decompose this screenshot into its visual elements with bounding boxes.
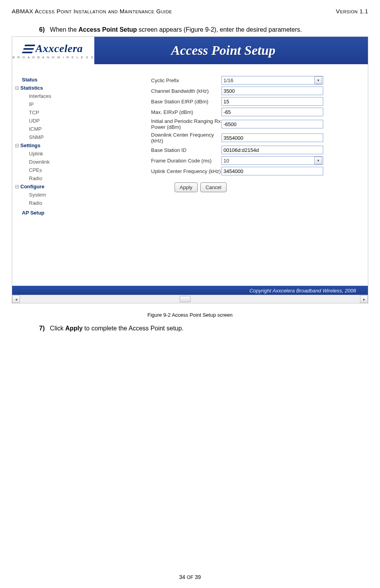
- nav-group-statistics[interactable]: Statistics: [15, 85, 85, 91]
- scroll-thumb[interactable]: [180, 296, 191, 302]
- cancel-button[interactable]: Cancel: [200, 182, 226, 192]
- body-area: Status Statistics Interfaces IP TCP UDP …: [12, 64, 368, 216]
- running-header: ABMAX Access Point Installation and Main…: [12, 8, 368, 14]
- nav-item-interfaces[interactable]: Interfaces: [29, 93, 85, 99]
- row-bs-eirp: Base Station EIRP (dBm): [151, 97, 323, 106]
- step-6-pre: When the: [50, 26, 79, 33]
- nav-item-downlink[interactable]: Downlink: [29, 159, 85, 165]
- step-7-num: 7): [39, 325, 45, 332]
- row-ul-center-freq: Uplink Center Frequency (kHz): [151, 167, 323, 175]
- input-max-eirxp[interactable]: [222, 108, 323, 116]
- select-frame-duration[interactable]: 10 ▾: [222, 156, 323, 165]
- form: Cyclic Prefix 1/16 ▾ Channel Bandwidth (…: [85, 64, 323, 216]
- step-6-bold: Access Point Setup: [79, 26, 137, 33]
- step-7-pre: Click: [50, 325, 65, 332]
- row-frame-duration: Frame Duration Code (ms) 10 ▾: [151, 156, 323, 165]
- step-7-post: to complete the Access Point setup.: [83, 325, 184, 332]
- nav-item-ip[interactable]: IP: [29, 101, 85, 107]
- label-bs-id: Base Station ID: [151, 147, 222, 153]
- nav-item-system[interactable]: System: [29, 192, 85, 198]
- step-6: 6) When the Access Point Setup screen ap…: [39, 26, 368, 33]
- nav-status[interactable]: Status: [22, 77, 85, 83]
- step-6-num: 6): [39, 26, 45, 33]
- copyright-bar: Copyright Axxcelera Broadband Wireless, …: [12, 286, 368, 295]
- window-content: Axxcelera B R O A D B A N D W I R E L E …: [12, 37, 368, 295]
- input-bs-id[interactable]: [222, 146, 323, 154]
- sidebar: Status Statistics Interfaces IP TCP UDP …: [12, 64, 85, 216]
- select-frame-duration-value: 10: [223, 158, 229, 164]
- page-title: Access Point Setup: [94, 43, 368, 58]
- window-header-bar: Axxcelera B R O A D B A N D W I R E L E …: [12, 37, 368, 64]
- logo: Axxcelera B R O A D B A N D W I R E L E …: [12, 37, 94, 64]
- header-right: Version 1.1: [336, 8, 368, 14]
- apply-button[interactable]: Apply: [175, 182, 198, 192]
- input-dl-center-freq[interactable]: [222, 133, 323, 142]
- page-footer: 34 OF 39: [0, 574, 380, 580]
- input-ul-center-freq[interactable]: [222, 167, 323, 175]
- scroll-left-icon[interactable]: ◂: [12, 295, 20, 303]
- step-7: 7) Click Apply to complete the Access Po…: [39, 325, 368, 332]
- header-left: ABMAX Access Point Installation and Main…: [12, 8, 172, 14]
- label-max-eirxp: Max. EIRxP (dBm): [151, 109, 222, 115]
- row-cyclic-prefix: Cyclic Prefix 1/16 ▾: [151, 76, 323, 85]
- row-dl-center-freq: Downlink Center Frequency (kHz): [151, 132, 323, 144]
- label-cyclic-prefix: Cyclic Prefix: [151, 78, 222, 83]
- screenshot-window: Axxcelera B R O A D B A N D W I R E L E …: [12, 36, 368, 303]
- select-cyclic-prefix-value: 1/16: [223, 78, 233, 83]
- input-bs-eirp[interactable]: [222, 97, 323, 106]
- label-ranging-rx: Initial and Periodic Ranging Rx Power (d…: [151, 118, 222, 130]
- row-channel-bw: Channel Bandwidth (kHz): [151, 87, 323, 95]
- label-frame-duration: Frame Duration Code (ms): [151, 158, 222, 164]
- select-cyclic-prefix[interactable]: 1/16 ▾: [222, 76, 323, 85]
- horizontal-scrollbar[interactable]: ◂ ▸: [12, 295, 368, 303]
- row-max-eirxp: Max. EIRxP (dBm): [151, 108, 323, 116]
- copyright-text: Copyright Axxcelera Broadband Wireless, …: [249, 288, 356, 294]
- scroll-right-icon[interactable]: ▸: [360, 295, 368, 303]
- scroll-track[interactable]: [20, 295, 360, 303]
- step-7-bold: Apply: [65, 325, 83, 332]
- figure-caption: Figure 9-2 Access Point Setup screen: [12, 312, 368, 318]
- logo-subtitle: B R O A D B A N D W I R E L E S S: [13, 56, 94, 59]
- chevron-down-icon[interactable]: ▾: [314, 157, 322, 164]
- nav-item-radio2[interactable]: Radio: [29, 200, 85, 206]
- nav-item-radio[interactable]: Radio: [29, 175, 85, 181]
- nav-item-cpes[interactable]: CPEs: [29, 167, 85, 173]
- label-ul-center-freq: Uplink Center Frequency (kHz): [151, 168, 222, 174]
- nav-item-uplink[interactable]: Uplink: [29, 151, 85, 157]
- label-channel-bw: Channel Bandwidth (kHz): [151, 88, 222, 94]
- nav-ap-setup[interactable]: AP Setup: [22, 210, 85, 216]
- logo-stripes-icon: [22, 45, 35, 53]
- button-row: Apply Cancel: [175, 182, 323, 192]
- nav-item-udp[interactable]: UDP: [29, 118, 85, 124]
- logo-brand: Axxcelera: [35, 42, 83, 54]
- nav-group-settings[interactable]: Settings: [15, 142, 85, 148]
- nav-group-configure[interactable]: Configure: [15, 184, 85, 189]
- input-channel-bw[interactable]: [222, 87, 323, 95]
- input-ranging-rx[interactable]: [222, 120, 323, 128]
- step-6-post: screen appears (Figure 9-2), enter the d…: [137, 26, 302, 33]
- label-dl-center-freq: Downlink Center Frequency (kHz): [151, 132, 222, 144]
- row-ranging-rx: Initial and Periodic Ranging Rx Power (d…: [151, 118, 323, 130]
- row-bs-id: Base Station ID: [151, 146, 323, 154]
- chevron-down-icon[interactable]: ▾: [314, 76, 322, 84]
- nav-item-snmp[interactable]: SNMP: [29, 134, 85, 140]
- nav-item-icmp[interactable]: ICMP: [29, 126, 85, 132]
- nav-item-tcp[interactable]: TCP: [29, 110, 85, 115]
- label-bs-eirp: Base Station EIRP (dBm): [151, 99, 222, 105]
